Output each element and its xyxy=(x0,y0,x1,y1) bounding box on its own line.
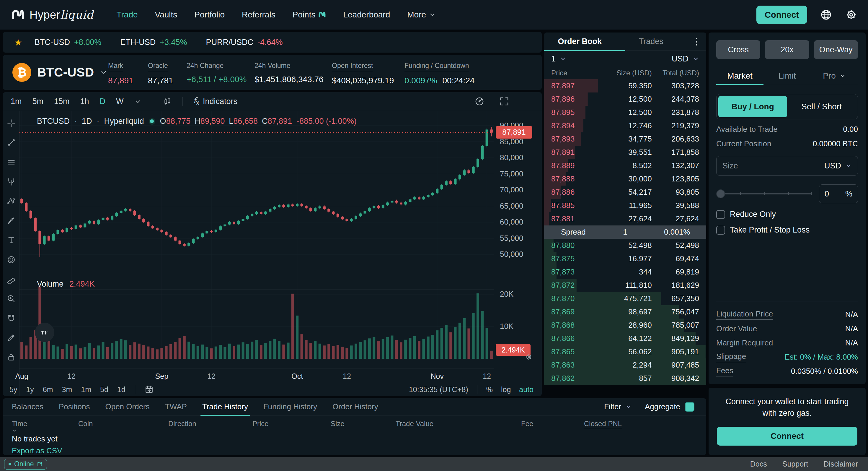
online-status-badge[interactable]: Online xyxy=(4,459,47,470)
brush-icon[interactable] xyxy=(7,216,16,225)
range-6m[interactable]: 6m xyxy=(43,385,53,394)
timeframe-1m[interactable]: 1m xyxy=(11,97,22,106)
range-1d[interactable]: 1d xyxy=(117,385,125,394)
footer-link-disclaimer[interactable]: Disclaimer xyxy=(824,460,858,468)
text-icon[interactable] xyxy=(7,236,16,245)
summary-label[interactable]: Liquidation Price xyxy=(716,310,773,320)
range-3m[interactable]: 3m xyxy=(62,385,72,394)
ticker-item-purr-usdc[interactable]: PURR/USDC-4.64% xyxy=(206,38,283,47)
price-axis-gear-icon[interactable] xyxy=(525,353,533,361)
bid-row[interactable]: 87,870475,721657,350 xyxy=(544,292,706,305)
stat-label[interactable]: Open Interest xyxy=(332,62,373,71)
chart-plot-area[interactable] xyxy=(20,111,494,368)
scale-log[interactable]: log xyxy=(501,385,511,394)
magnet-icon[interactable] xyxy=(7,314,16,323)
order-tab-limit[interactable]: Limit xyxy=(764,67,811,85)
stat-label[interactable]: Funding / Countdown xyxy=(404,62,469,71)
percent-input[interactable]: 0 % xyxy=(819,184,858,203)
indicators-button[interactable]: fx Indicators xyxy=(193,96,238,107)
buy-long-button[interactable]: Buy / Long xyxy=(718,96,787,117)
snapshot-camera-icon[interactable] xyxy=(474,96,485,107)
range-1y[interactable]: 1y xyxy=(26,385,34,394)
timeframe-W[interactable]: W xyxy=(116,97,123,106)
time-axis[interactable]: Aug12Sep12Oct12Nov12 xyxy=(20,368,494,382)
aggregate-toggle[interactable]: Aggregate xyxy=(645,402,694,412)
timeframe-D[interactable]: D xyxy=(100,97,106,106)
bid-row[interactable]: 87,87334469,819 xyxy=(544,265,706,278)
parallel-lines-icon[interactable] xyxy=(7,158,16,167)
emoji-icon[interactable] xyxy=(7,255,16,264)
bid-row[interactable]: 87,862857908,342 xyxy=(544,372,706,385)
order-tab-market[interactable]: Market xyxy=(716,67,764,85)
ticker-item-eth-usd[interactable]: ETH-USD+3.45% xyxy=(120,38,187,47)
sell-short-button[interactable]: Sell / Short xyxy=(787,96,856,117)
bid-row[interactable]: 87,86828,960785,007 xyxy=(544,319,706,332)
ruler-icon[interactable] xyxy=(7,275,16,284)
column-header-time[interactable]: Time xyxy=(12,420,27,433)
size-input[interactable]: Size USD xyxy=(716,156,858,176)
filter-dropdown[interactable]: Filter xyxy=(604,402,632,411)
chevron-down-icon[interactable] xyxy=(134,98,142,105)
hyperliquid-logo[interactable]: Hyperliquid xyxy=(11,8,93,22)
pencil-icon[interactable] xyxy=(7,333,16,342)
nav-item-more[interactable]: More xyxy=(407,10,435,20)
ask-row[interactable]: 87,88127,62427,624 xyxy=(544,212,706,226)
bid-row[interactable]: 87,88052,49852,498 xyxy=(544,239,706,252)
candles-style-icon[interactable] xyxy=(163,97,172,106)
trend-line-icon[interactable] xyxy=(7,138,16,147)
fullscreen-icon[interactable] xyxy=(499,96,509,107)
order-tab-pro[interactable]: Pro xyxy=(811,67,858,85)
ask-row[interactable]: 87,8898,502132,307 xyxy=(544,159,706,172)
slider-knob[interactable] xyxy=(716,189,725,198)
timeframe-15m[interactable]: 15m xyxy=(54,97,70,106)
mode-button-cross[interactable]: Cross xyxy=(716,40,760,59)
favorites-star-icon[interactable]: ★ xyxy=(14,37,22,48)
checkbox-row-reduce-only[interactable]: Reduce Only xyxy=(716,210,858,219)
orderbook-tab-trades[interactable]: Trades xyxy=(616,37,687,46)
range-5y[interactable]: 5y xyxy=(9,385,17,394)
bid-row[interactable]: 87,872111,810181,629 xyxy=(544,278,706,292)
go-to-date-icon[interactable] xyxy=(145,385,154,394)
history-tab-balances[interactable]: Balances xyxy=(12,398,43,415)
size-unit-dropdown[interactable]: USD xyxy=(824,161,852,171)
nav-item-vaults[interactable]: Vaults xyxy=(155,10,178,20)
mode-button-20x[interactable]: 20x xyxy=(765,40,809,59)
ask-row[interactable]: 87,89412,746219,379 xyxy=(544,119,706,133)
ask-row[interactable]: 87,88830,000123,805 xyxy=(544,172,706,185)
bid-row[interactable]: 87,86664,122849,129 xyxy=(544,332,706,345)
bid-row[interactable]: 87,86556,062905,191 xyxy=(544,345,706,358)
scale-auto[interactable]: auto xyxy=(519,385,533,394)
range-1m[interactable]: 1m xyxy=(81,385,91,394)
crosshair-icon[interactable] xyxy=(7,119,16,128)
history-tab-twap[interactable]: TWAP xyxy=(165,398,187,415)
nav-item-points[interactable]: Points xyxy=(292,10,326,20)
history-tab-trade-history[interactable]: Trade History xyxy=(202,398,248,415)
nav-item-referrals[interactable]: Referrals xyxy=(242,10,275,20)
timeframe-1h[interactable]: 1h xyxy=(80,97,89,106)
checkbox-row-take-profit-stop-loss[interactable]: Take Profit / Stop Loss xyxy=(716,226,858,235)
clock-label[interactable]: 10:35:35 (UTC+8) xyxy=(409,385,468,394)
history-tab-open-orders[interactable]: Open Orders xyxy=(105,398,149,415)
nav-item-portfolio[interactable]: Portfolio xyxy=(194,10,225,20)
stat-label[interactable]: Mark xyxy=(108,62,123,71)
column-header-closed-pnl[interactable]: Closed PNL xyxy=(584,420,622,429)
pattern-icon[interactable] xyxy=(7,197,16,206)
language-globe-icon[interactable] xyxy=(820,9,832,21)
export-csv-link[interactable]: Export as CSV xyxy=(12,446,62,455)
pitchfork-icon[interactable] xyxy=(7,177,16,186)
summary-label[interactable]: Slippage xyxy=(716,352,746,362)
zoom-icon[interactable] xyxy=(7,294,16,303)
scale-%[interactable]: % xyxy=(486,385,493,394)
tick-size-dropdown[interactable]: 1 xyxy=(551,54,566,63)
summary-label[interactable]: Fees xyxy=(716,366,733,377)
aggregate-checkbox[interactable] xyxy=(685,402,694,412)
footer-link-docs[interactable]: Docs xyxy=(750,460,767,468)
nav-item-trade[interactable]: Trade xyxy=(116,10,137,20)
checkbox[interactable] xyxy=(716,226,725,235)
ask-row[interactable]: 87,89759,350303,728 xyxy=(544,79,706,92)
ask-row[interactable]: 87,88511,96539,588 xyxy=(544,199,706,212)
stat-label[interactable]: Oracle xyxy=(148,62,168,71)
tradingview-logo[interactable] xyxy=(35,323,54,342)
ask-row[interactable]: 87,88654,21793,805 xyxy=(544,185,706,199)
ask-row[interactable]: 87,89612,500244,378 xyxy=(544,92,706,106)
